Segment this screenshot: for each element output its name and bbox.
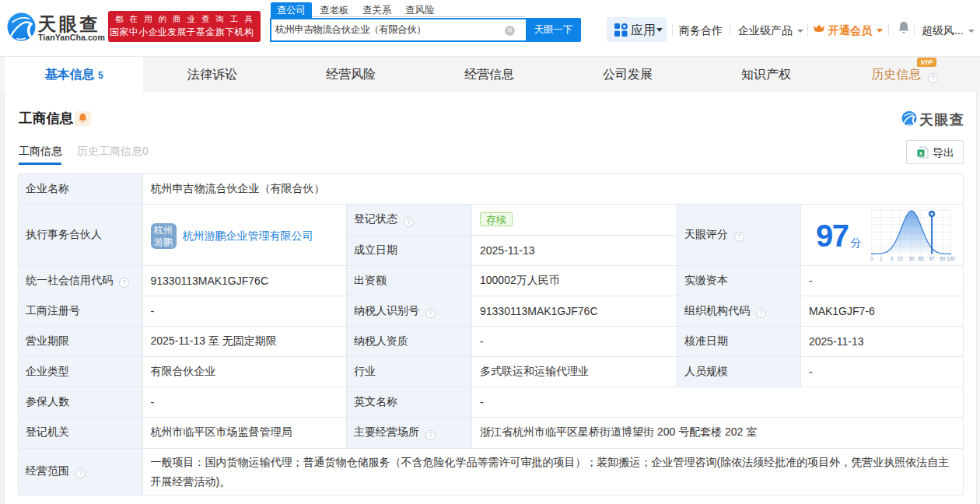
svg-text:97: 97	[929, 256, 936, 261]
svg-text:15: 15	[898, 256, 904, 261]
svg-text:99: 99	[940, 256, 946, 261]
svg-text:1: 1	[880, 256, 883, 261]
svg-text:X: X	[919, 150, 922, 157]
svg-text:0: 0	[870, 256, 873, 261]
svg-text:50: 50	[909, 256, 915, 261]
svg-text:85: 85	[918, 256, 924, 261]
svg-text:3: 3	[890, 256, 893, 261]
svg-text:100: 100	[947, 256, 955, 261]
